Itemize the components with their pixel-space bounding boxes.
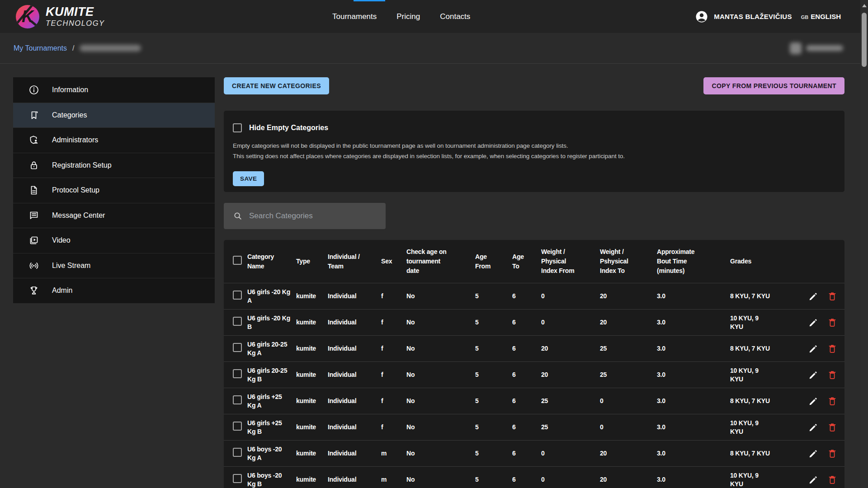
edit-icon[interactable] bbox=[808, 475, 818, 485]
edit-icon[interactable] bbox=[808, 318, 818, 328]
hide-empty-categories-checkbox[interactable] bbox=[233, 123, 242, 132]
user-menu[interactable]: MANTAS BLAŽEVIČIUS GB ENGLISH bbox=[695, 10, 841, 23]
edit-icon[interactable] bbox=[808, 370, 818, 380]
cell-age-to: 6 bbox=[512, 414, 541, 441]
cell-weight-to: 0 bbox=[600, 388, 657, 414]
cell-name: U6 girls 20-25 Kg B bbox=[247, 362, 296, 388]
redacted-tournament-name bbox=[80, 45, 141, 52]
cell-weight-to: 25 bbox=[600, 362, 657, 388]
cell-age-to: 6 bbox=[512, 388, 541, 414]
breadcrumb-separator: / bbox=[72, 44, 74, 52]
delete-icon[interactable] bbox=[827, 344, 837, 354]
scroll-up-arrow-icon[interactable] bbox=[862, 4, 867, 7]
table-row: U6 boys -20 Kg B kumite Individual m No … bbox=[224, 467, 844, 488]
scrollbar-thumb[interactable] bbox=[862, 13, 867, 67]
account-icon bbox=[695, 10, 708, 23]
column-header: Weight /PshysicalIndex To bbox=[600, 240, 657, 283]
column-header: Sex bbox=[381, 240, 406, 283]
delete-icon[interactable] bbox=[827, 475, 837, 485]
cell-weight-from: 0 bbox=[541, 310, 600, 336]
info-icon bbox=[28, 84, 39, 95]
cell-age-to: 6 bbox=[512, 336, 541, 362]
search-categories-input[interactable] bbox=[249, 211, 379, 221]
delete-icon[interactable] bbox=[827, 318, 837, 328]
cell-age-from: 5 bbox=[475, 467, 512, 488]
save-button[interactable]: SAVE bbox=[233, 171, 264, 186]
cell-type: kumite bbox=[296, 414, 328, 441]
nav-item-contacts[interactable]: Contacts bbox=[440, 12, 470, 21]
sidebar-item-video[interactable]: Video bbox=[13, 228, 215, 253]
sidebar-item-administrators[interactable]: Administrators bbox=[13, 127, 215, 153]
row-checkbox[interactable] bbox=[233, 474, 242, 483]
breadcrumb-my-tournaments[interactable]: My Tournaments bbox=[14, 44, 67, 52]
row-checkbox[interactable] bbox=[233, 291, 242, 300]
table-row: U6 girls +25 Kg A kumite Individual f No… bbox=[224, 388, 844, 414]
cell-weight-to: 20 bbox=[600, 283, 657, 310]
cell-individual-team: Individual bbox=[328, 362, 381, 388]
sidebar-item-categories[interactable]: Categories bbox=[13, 103, 215, 128]
edit-icon[interactable] bbox=[808, 344, 818, 354]
cell-bout-time: 3.0 bbox=[657, 414, 730, 441]
cell-weight-to: 0 bbox=[600, 414, 657, 441]
cell-check-age: No bbox=[406, 336, 475, 362]
cell-check-age: No bbox=[406, 310, 475, 336]
sidebar-item-message-center[interactable]: Message Center bbox=[13, 203, 215, 228]
categories-table-card: CategoryNameTypeIndividual /TeamSexCheck… bbox=[224, 240, 844, 488]
cell-individual-team: Individual bbox=[328, 467, 381, 488]
cell-grades: 10 KYU, 9 KYU bbox=[730, 467, 775, 488]
row-checkbox[interactable] bbox=[233, 317, 242, 326]
brand-name: KUMITE bbox=[46, 5, 105, 18]
top-navbar: K KUMITE TECHNOLOGY Tournaments Pricing … bbox=[0, 0, 868, 33]
copy-from-previous-tournament-button[interactable]: COPY FROM PREVIOUS TOURNAMENT bbox=[703, 77, 844, 94]
sidebar-item-live-stream[interactable]: Live Stream bbox=[13, 253, 215, 278]
hide-empty-categories-label: Hide Empty Categories bbox=[249, 124, 328, 132]
delete-icon[interactable] bbox=[827, 449, 837, 459]
sidebar-item-information[interactable]: Information bbox=[13, 77, 215, 103]
row-checkbox[interactable] bbox=[233, 343, 242, 352]
row-checkbox[interactable] bbox=[233, 395, 242, 404]
brand-logo[interactable]: K KUMITE TECHNOLOGY bbox=[16, 5, 105, 28]
delete-icon[interactable] bbox=[827, 370, 837, 380]
admin-shield-icon bbox=[28, 135, 39, 145]
column-header: Type bbox=[296, 240, 328, 283]
cell-name: U6 girls +25 Kg A bbox=[247, 388, 296, 414]
row-checkbox[interactable] bbox=[233, 448, 242, 457]
cell-grades: 8 KYU, 7 KYU bbox=[730, 441, 775, 467]
row-checkbox[interactable] bbox=[233, 422, 242, 431]
table-header-row: CategoryNameTypeIndividual /TeamSexCheck… bbox=[224, 240, 844, 283]
edit-icon[interactable] bbox=[808, 422, 818, 432]
delete-icon[interactable] bbox=[827, 291, 837, 301]
brand-text: KUMITE TECHNOLOGY bbox=[46, 5, 105, 27]
select-all-checkbox[interactable] bbox=[233, 256, 242, 265]
edit-icon[interactable] bbox=[808, 449, 818, 459]
column-header: AgeFrom bbox=[475, 240, 512, 283]
edit-icon[interactable] bbox=[808, 396, 818, 406]
cell-bout-time: 3.0 bbox=[657, 388, 730, 414]
delete-icon[interactable] bbox=[827, 396, 837, 406]
table-row: U6 girls -20 Kg B kumite Individual f No… bbox=[224, 310, 844, 336]
column-header: Grades bbox=[730, 240, 775, 283]
cell-name: U6 boys -20 Kg B bbox=[247, 467, 296, 488]
sidebar-item-label: Message Center bbox=[52, 211, 105, 220]
sidebar-item-label: Video bbox=[52, 236, 71, 244]
delete-icon[interactable] bbox=[827, 422, 837, 432]
nav-item-pricing[interactable]: Pricing bbox=[396, 12, 420, 21]
language-selector[interactable]: GB ENGLISH bbox=[801, 13, 841, 20]
edit-icon[interactable] bbox=[808, 291, 818, 301]
nav-item-tournaments[interactable]: Tournaments bbox=[332, 12, 377, 21]
column-header: CategoryName bbox=[247, 240, 296, 283]
cell-check-age: No bbox=[406, 388, 475, 414]
table-row: U6 boys -20 Kg A kumite Individual m No … bbox=[224, 441, 844, 467]
lock-icon bbox=[28, 160, 39, 171]
user-name: MANTAS BLAŽEVIČIUS bbox=[714, 13, 792, 20]
cell-sex: f bbox=[381, 388, 406, 414]
cell-check-age: No bbox=[406, 283, 475, 310]
create-new-categories-button[interactable]: CREATE NEW CATEGORIES bbox=[224, 77, 329, 94]
sidebar-item-admin[interactable]: Admin bbox=[13, 278, 215, 303]
table-row: U6 girls +25 Kg B kumite Individual f No… bbox=[224, 414, 844, 441]
scrollbar[interactable] bbox=[860, 0, 868, 488]
cell-weight-from: 0 bbox=[541, 441, 600, 467]
sidebar-item-protocol-setup[interactable]: Protocol Setup bbox=[13, 178, 215, 203]
sidebar-item-registration-setup[interactable]: Registration Setup bbox=[13, 153, 215, 178]
row-checkbox[interactable] bbox=[233, 369, 242, 378]
